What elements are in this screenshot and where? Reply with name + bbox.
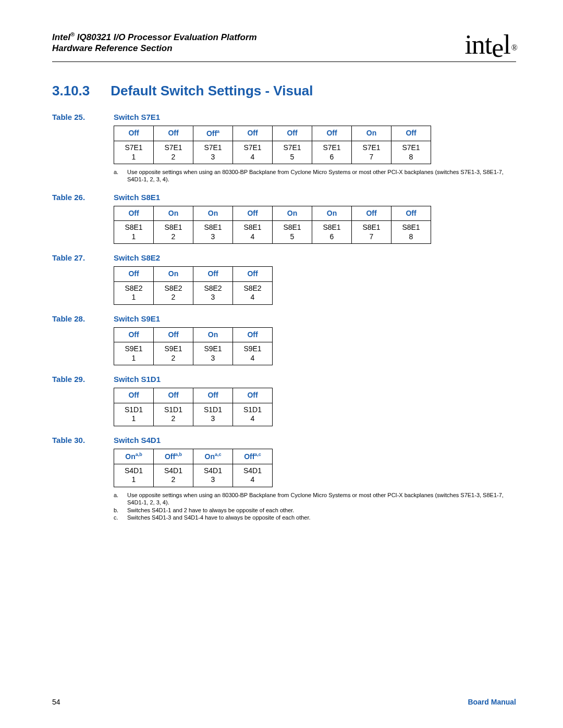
switch-state: On [352, 126, 391, 141]
switch-state: Off [193, 388, 233, 403]
table-notes: a. Use opposite settings when using an 8… [114, 491, 516, 521]
page-number: 54 [52, 698, 60, 706]
note-label: c. [114, 514, 121, 521]
note-row: b. Switches S4D1-1 and 2 have to always … [114, 507, 516, 514]
switch-state: Off [312, 126, 352, 141]
switch-label: S7E15 [273, 141, 312, 164]
note-label: a. [114, 491, 121, 507]
switch-state: Off [154, 327, 193, 342]
switch-state: Off [233, 206, 273, 221]
switch-label: S7E17 [352, 141, 391, 164]
page-footer: 54 Board Manual [52, 698, 516, 706]
switch-state: On [154, 267, 193, 282]
switch-label: S8E17 [352, 221, 391, 244]
switch-state: Ona,c [193, 449, 233, 464]
switch-label: S7E16 [312, 141, 352, 164]
table-row: S4D11 S4D12 S4D13 S4D14 [114, 464, 273, 487]
switch-label: S8E23 [193, 281, 233, 304]
caption-title: Switch S9E1 [114, 314, 160, 323]
switch-label: S7E12 [154, 141, 193, 164]
switch-table-s4d1: Ona,b Offa,b Ona,c Offa,c S4D11 S4D12 S4… [114, 449, 273, 487]
table-row: Ona,b Offa,b Ona,c Offa,c [114, 449, 273, 464]
note-row: a. Use opposite settings when using an 8… [114, 168, 516, 183]
table-29-block: Table 29. Switch S1D1 Off Off Off Off S1… [52, 375, 516, 426]
switch-state: Off [154, 388, 193, 403]
switch-label: S9E13 [193, 342, 233, 365]
switch-label: S9E11 [114, 342, 154, 365]
switch-state: Off [114, 327, 154, 342]
note-label: b. [114, 507, 121, 514]
table-row: Off Off Offa Off Off Off On Off [114, 126, 431, 141]
switch-state: Ona,b [114, 449, 154, 464]
switch-state: Off [391, 206, 431, 221]
switch-table-s7e1: Off Off Offa Off Off Off On Off S7E11 S7… [114, 126, 431, 164]
table-row: Off Off Off Off [114, 388, 273, 403]
table-caption: Table 25. Switch S7E1 [52, 113, 516, 121]
switch-label: S8E13 [193, 221, 233, 244]
switch-state: Off [233, 126, 273, 141]
switch-state: Off [233, 388, 273, 403]
note-text: Switches S4D1-3 and S4D1-4 have to alway… [127, 514, 311, 521]
caption-title: Switch S7E1 [114, 113, 160, 121]
table-caption: Table 30. Switch S4D1 [52, 436, 516, 445]
caption-title: Switch S1D1 [114, 375, 161, 384]
header-title: Intel® IQ80321 I/O Processor Evaluation … [52, 31, 257, 54]
caption-number: Table 29. [52, 375, 99, 384]
header-line1-suffix: IQ80321 I/O Processor Evaluation Platfor… [75, 32, 257, 42]
switch-table-s8e1: Off On On Off On On Off Off S8E11 S8E12 … [114, 206, 431, 244]
table-row: S8E21 S8E22 S8E23 S8E24 [114, 281, 273, 304]
switch-state: On [312, 206, 352, 221]
switch-label: S8E14 [233, 221, 273, 244]
switch-state: Off [352, 206, 391, 221]
switch-state: Offa [193, 126, 233, 141]
caption-title: Switch S4D1 [114, 436, 161, 445]
switch-label: S4D14 [233, 464, 273, 487]
caption-number: Table 26. [52, 193, 99, 202]
switch-label: S8E12 [154, 221, 193, 244]
switch-label: S1D14 [233, 403, 273, 426]
table-row: S7E11 S7E12 S7E13 S7E14 S7E15 S7E16 S7E1… [114, 141, 431, 164]
table-26-block: Table 26. Switch S8E1 Off On On Off On O… [52, 193, 516, 244]
switch-table-s8e2: Off On Off Off S8E21 S8E22 S8E23 S8E24 [114, 266, 273, 305]
note-text: Use opposite settings when using an 8030… [127, 168, 516, 183]
switch-label: S4D13 [193, 464, 233, 487]
section-heading: 3.10.3 Default Switch Settings - Visual [52, 83, 516, 99]
page-header: Intel® IQ80321 I/O Processor Evaluation … [52, 31, 516, 62]
switch-label: S8E18 [391, 221, 431, 244]
switch-state: Off [114, 267, 154, 282]
switch-label: S1D12 [154, 403, 193, 426]
table-row: Off On Off Off [114, 267, 273, 282]
caption-number: Table 25. [52, 113, 99, 121]
switch-state: On [273, 206, 312, 221]
section-title: Default Switch Settings - Visual [111, 83, 313, 99]
switch-state: Off [193, 267, 233, 282]
switch-label: S9E14 [233, 342, 273, 365]
switch-label: S9E12 [154, 342, 193, 365]
switch-label: S1D11 [114, 403, 154, 426]
note-text: Use opposite settings when using an 8030… [127, 491, 516, 507]
table-caption: Table 26. Switch S8E1 [52, 193, 516, 202]
caption-number: Table 30. [52, 436, 99, 445]
note-row: c. Switches S4D1-3 and S4D1-4 have to al… [114, 514, 516, 521]
switch-state: On [193, 206, 233, 221]
caption-title: Switch S8E2 [114, 253, 160, 262]
switch-label: S8E22 [154, 281, 193, 304]
switch-state: Off [391, 126, 431, 141]
header-line2: Hardware Reference Section [52, 43, 173, 53]
switch-table-s9e1: Off Off On Off S9E11 S9E12 S9E13 S9E14 [114, 327, 273, 366]
switch-label: S1D13 [193, 403, 233, 426]
switch-state: Off [154, 126, 193, 141]
caption-number: Table 28. [52, 314, 99, 323]
table-row: S1D11 S1D12 S1D13 S1D14 [114, 403, 273, 426]
switch-state: Off [114, 388, 154, 403]
intel-logo: intel® [464, 31, 516, 58]
note-row: a. Use opposite settings when using an 8… [114, 491, 516, 507]
switch-label: S8E21 [114, 281, 154, 304]
switch-label: S7E11 [114, 141, 154, 164]
registered-mark: ® [511, 43, 517, 52]
switch-label: S7E18 [391, 141, 431, 164]
switch-table-s1d1: Off Off Off Off S1D11 S1D12 S1D13 S1D14 [114, 388, 273, 426]
switch-label: S4D11 [114, 464, 154, 487]
doc-label: Board Manual [468, 698, 516, 706]
registered-mark: ® [70, 31, 75, 38]
